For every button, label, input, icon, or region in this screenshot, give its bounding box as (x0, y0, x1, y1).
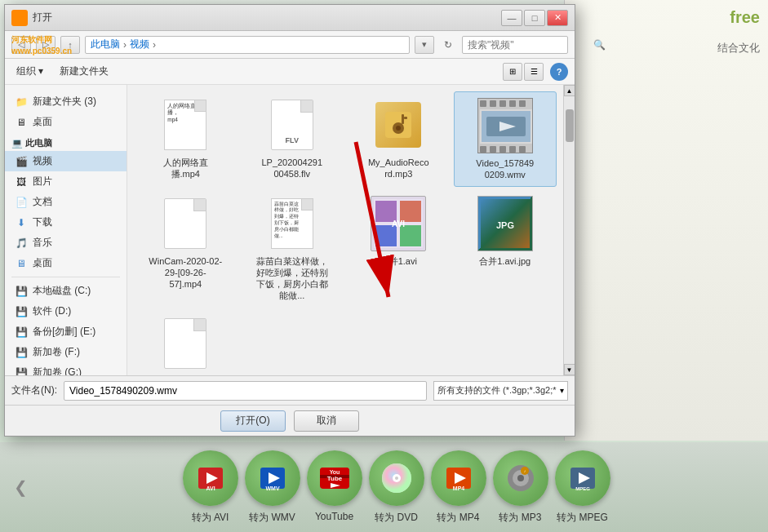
path-sep1: › (123, 39, 127, 51)
filename-input[interactable] (64, 381, 427, 401)
scroll-thumb[interactable] (566, 109, 574, 142)
svg-text:WMV: WMV (265, 485, 279, 491)
file-item-wmv[interactable]: Video Video_157849 0209.wmv (454, 91, 557, 187)
svg-rect-37 (519, 100, 526, 107)
convert-wmv-item[interactable]: WMV 转为 WMV (245, 450, 300, 525)
sidebar-label-videos: 视频 (33, 154, 52, 168)
svg-rect-40 (499, 146, 506, 153)
file-name-wincam: WinCam-2020-02-29-[09-26-57].mp4 (149, 255, 222, 290)
sidebar-item-pictures[interactable]: 🖼 图片 (5, 171, 127, 192)
sidebar-item-desktop1[interactable]: 🖥 桌面 (5, 112, 127, 132)
file-item-avi[interactable]: AVI 合并1.avi (347, 190, 451, 307)
pictures-icon: 🖼 (15, 175, 28, 188)
maximize-button[interactable]: □ (524, 10, 545, 26)
sidebar-item-documents[interactable]: 📄 文档 (5, 192, 127, 212)
sidebar-item-downloads[interactable]: ⬇ 下载 (5, 212, 127, 233)
filetype-arrow-icon: ▾ (560, 386, 564, 395)
file-item-wincam[interactable]: WinCam-2020-02-29-[09-26-57].mp4 (134, 190, 238, 307)
address-dropdown[interactable]: ▾ (415, 36, 434, 54)
sidebar-label-desktop2: 桌面 (33, 256, 52, 270)
file-open-dialog: ★ 打开 — □ ✕ 河东软件网 www.pc0359.cn ◁ ▷ ↑ 此电脑… (4, 4, 575, 437)
dvd-icon (369, 450, 424, 506)
path-videos[interactable]: 视频 (130, 38, 149, 51)
file-item-mp4-2[interactable]: 合并1.mp4 (134, 310, 238, 375)
dialog-title: 打开 (33, 11, 496, 24)
svg-text:You: You (329, 469, 340, 475)
search-box: 🔍 (462, 36, 568, 54)
convert-mp4-item[interactable]: MP4 转为 MP4 (431, 450, 486, 525)
svg-point-21 (517, 475, 524, 481)
convert-mpeg-item[interactable]: MPEG 转为 MPEG (555, 450, 610, 525)
file-item-mp4-preview[interactable]: 人的网络直播， mp4 人的网络直播.mp4 (134, 91, 238, 187)
svg-text:MPEG: MPEG (575, 486, 590, 491)
refresh-button[interactable]: ↻ (439, 36, 457, 54)
file-name-flv: LP_202004291 00458.flv (255, 157, 329, 180)
sidebar-item-music[interactable]: 🎵 音乐 (5, 233, 127, 253)
svg-point-29 (396, 126, 401, 131)
avi-label: 转为 AVI (192, 511, 229, 525)
help-button[interactable]: ? (550, 63, 568, 81)
sidebar-item-new-folder[interactable]: 📁 新建文件夹 (3) (5, 91, 127, 112)
convert-mp3-item[interactable]: ♪ 转为 MP3 (493, 450, 548, 525)
sidebar-item-disk-d[interactable]: 💾 软件 (D:) (5, 301, 127, 321)
wmv-label: 转为 WMV (249, 511, 295, 525)
free-label: free (730, 8, 760, 27)
svg-text:AVI: AVI (206, 485, 215, 491)
sidebar-label-pc: 此电脑 (25, 138, 52, 148)
path-root[interactable]: 此电脑 (91, 38, 120, 51)
mp3-icon: ♪ (493, 450, 548, 506)
view-list-button[interactable]: ☰ (524, 63, 544, 81)
file-name-mp4-preview: 人的网络直播.mp4 (149, 157, 222, 180)
sidebar-item-videos[interactable]: 🎬 视频 (5, 151, 127, 171)
documents-icon: 📄 (15, 196, 28, 209)
dialog-titlebar: ★ 打开 — □ ✕ (5, 5, 575, 31)
sidebar-section-pc: 💻 此电脑 (5, 132, 127, 151)
sidebar-label-desktop1: 桌面 (33, 115, 52, 129)
youtube-label: YouTube (315, 511, 353, 522)
convert-avi-item[interactable]: AVI 转为 AVI (183, 450, 238, 525)
app-right-panel: free 结合文化 (564, 0, 768, 441)
scrollbar[interactable]: ▲ ▼ (563, 85, 575, 375)
convert-dvd-item[interactable]: 转为 DVD (369, 450, 424, 525)
file-item-flv[interactable]: FLV LP_202004291 00458.flv (241, 91, 344, 187)
sidebar-item-disk-c[interactable]: 💾 本地磁盘 (C:) (5, 281, 127, 301)
scroll-up-arrow[interactable]: ▲ (564, 85, 575, 96)
sidebar-label-disk-d: 软件 (D:) (33, 304, 71, 318)
address-bar: ◁ ▷ ↑ 此电脑 › 视频 › ▾ ↻ 🔍 (5, 31, 575, 59)
file-name-text2: 蒜苗白菜这样做，好吃到爆，还特别下饭，厨房小白都能做... (255, 255, 329, 302)
toolbar-items: AVI 转为 AVI WMV 转为 WMV (33, 450, 760, 525)
open-button[interactable]: 打开(O) (220, 410, 286, 432)
sidebar-item-disk-f[interactable]: 💾 新加卷 (F:) (5, 342, 127, 362)
new-folder-button[interactable]: 新建文件夹 (55, 63, 113, 80)
address-path[interactable]: 此电脑 › 视频 › (85, 36, 410, 54)
file-item-mp3[interactable]: My_AudioReco rd.mp3 (347, 91, 451, 187)
close-button[interactable]: ✕ (547, 10, 568, 26)
toolbar-left-arrow[interactable]: ❮ (8, 471, 33, 503)
sidebar-item-disk-e[interactable]: 💾 备份[勿删] (E:) (5, 321, 127, 342)
sidebar: 📁 新建文件夹 (3) 🖥 桌面 💻 此电脑 🎬 视频 🖼 图片 📄 (5, 85, 127, 375)
organize-button[interactable]: 组织 ▾ (11, 63, 48, 80)
watermark-line2: www.pc0359.cn (11, 46, 72, 57)
view-buttons: ⊞ ☰ (503, 63, 544, 81)
scroll-down-arrow[interactable]: ▼ (564, 364, 575, 375)
sidebar-label-pictures: 图片 (33, 175, 52, 188)
file-icon-jpg: JPG (477, 195, 534, 252)
downloads-icon: ⬇ (15, 216, 28, 229)
svg-rect-30 (402, 114, 404, 124)
sidebar-item-disk-g[interactable]: 💾 新加卷 (G:) (5, 362, 127, 375)
cancel-button[interactable]: 取消 (294, 410, 359, 432)
file-name-avi: 合并1.avi (380, 255, 417, 267)
convert-youtube-item[interactable]: You Tube YouTube (307, 450, 362, 525)
view-grid-button[interactable]: ⊞ (503, 63, 522, 81)
svg-text:Tube: Tube (326, 475, 342, 482)
avi-icon: AVI (183, 450, 238, 506)
search-input[interactable] (468, 39, 590, 51)
file-item-text2[interactable]: 蒜苗白菜这 样做，好吃 到爆，还特 别下饭，厨 房小白都能 做... 蒜苗白菜这… (241, 190, 344, 307)
file-item-jpg[interactable]: JPG 合并1.avi.jpg (454, 190, 557, 307)
svg-rect-35 (499, 100, 506, 107)
sidebar-item-desktop2[interactable]: 🖥 桌面 (5, 253, 127, 273)
filetype-dropdown[interactable]: 所有支持的文件 (*.3gp;*.3g2;* ▾ (433, 381, 568, 401)
file-area: 人的网络直播， mp4 人的网络直播.mp4 FLV (127, 85, 575, 375)
minimize-button[interactable]: — (501, 10, 522, 26)
svg-text:MP4: MP4 (452, 485, 464, 491)
